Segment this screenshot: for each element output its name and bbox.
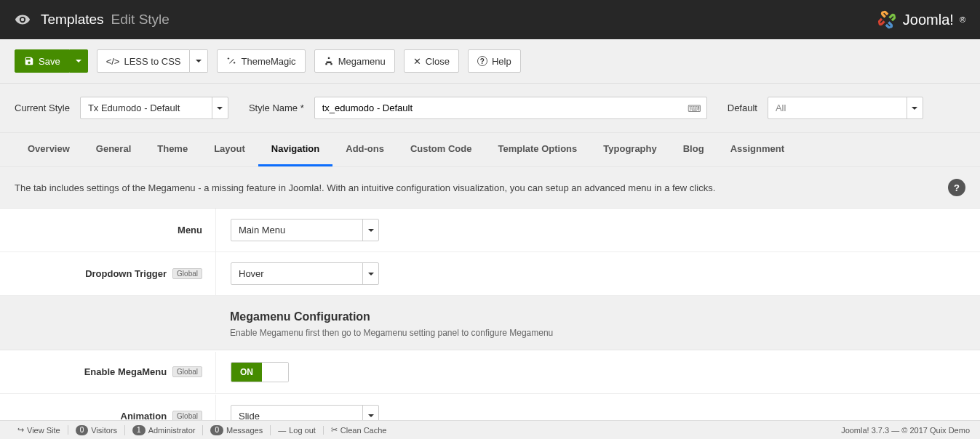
tab-theme[interactable]: Theme: [144, 133, 201, 166]
wand-icon: [226, 56, 236, 66]
sitemap-icon: [324, 56, 334, 66]
messages-count: 0: [210, 425, 223, 435]
tab-general[interactable]: General: [83, 133, 144, 166]
select-caret[interactable]: [907, 97, 923, 118]
view-site-link[interactable]: ↪ View Site: [10, 425, 68, 435]
dropdown-ctrl-col: Hover: [215, 252, 980, 295]
enable-label: Enable MegaMenu: [84, 366, 167, 377]
save-button[interactable]: Save: [15, 49, 70, 73]
admin-link[interactable]: 1 Administrator: [125, 425, 203, 435]
messages-link[interactable]: 0 Messages: [203, 425, 271, 435]
style-name-input[interactable]: [314, 97, 707, 119]
view-site-label: View Site: [27, 426, 60, 435]
menu-select[interactable]: Main Menu: [231, 219, 379, 241]
toggle-off-area: [262, 363, 288, 382]
tab-navigation[interactable]: Navigation: [258, 133, 332, 166]
help-icon: ?: [477, 56, 487, 66]
help-button[interactable]: ? Help: [468, 49, 521, 73]
visitors-count: 0: [76, 425, 89, 435]
caret-down-icon: [368, 273, 374, 275]
default-select[interactable]: All: [768, 97, 923, 119]
code-icon: </>: [106, 56, 120, 67]
joomla-logo: Joomla!®: [877, 9, 965, 30]
page-subtitle: Edit Style: [111, 12, 170, 28]
current-style-value: Tx Edumodo - Default: [81, 97, 212, 118]
menu-value: Main Menu: [231, 220, 362, 241]
current-style-select[interactable]: Tx Edumodo - Default: [80, 97, 228, 119]
toggle-on-label: ON: [231, 363, 262, 382]
admin-label: Administrator: [148, 426, 196, 435]
enable-label-col: Enable MegaMenu Global: [0, 366, 215, 377]
menu-ctrl-col: Main Menu: [215, 209, 980, 251]
page-title: Templates: [41, 12, 104, 28]
current-style-label: Current Style: [15, 102, 70, 113]
section-title: Megamenu Configuration: [230, 310, 965, 323]
help-label: Help: [492, 56, 511, 67]
admin-count: 1: [132, 425, 146, 435]
copyright-text: — © 2017 Quix Demo: [891, 426, 970, 435]
save-dropdown[interactable]: [70, 49, 88, 73]
enable-megamenu-row: Enable MegaMenu Global ON: [0, 350, 980, 394]
menu-row: Menu Main Menu: [0, 209, 980, 252]
logo-text: Joomla!: [903, 12, 954, 28]
section-desc: Enable Megamenu first then go to Megamen…: [230, 328, 965, 338]
style-subbar: Current Style Tx Edumodo - Default Style…: [0, 84, 980, 133]
thememagic-label: ThemeMagic: [241, 56, 295, 67]
enable-megamenu-toggle[interactable]: ON: [231, 362, 289, 382]
clean-cache-link[interactable]: ✂ Clean Cache: [324, 425, 394, 435]
messages-label: Messages: [226, 426, 263, 435]
close-button[interactable]: ✕ Close: [404, 49, 459, 73]
style-name-wrap: ⌨: [314, 97, 707, 119]
footer-right: Joomla! 3.7.3 — © 2017 Quix Demo: [841, 426, 970, 435]
toolbar: Save </> LESS to CSS ThemeMagic Megamenu…: [0, 39, 980, 84]
tab-typography[interactable]: Typography: [590, 133, 669, 166]
tab-assignment[interactable]: Assignment: [717, 133, 797, 166]
tab-template-options[interactable]: Template Options: [485, 133, 590, 166]
thememagic-button[interactable]: ThemeMagic: [217, 49, 305, 73]
megamenu-label: Megamenu: [338, 56, 386, 67]
eye-icon: [15, 12, 31, 28]
form-area: Menu Main Menu Dropdown Trigger Global H…: [0, 209, 980, 438]
menu-label-col: Menu: [0, 225, 215, 235]
style-name-label: Style Name *: [249, 102, 304, 113]
tabs-nav: OverviewGeneralThemeLayoutNavigationAdd-…: [0, 133, 980, 167]
save-label: Save: [39, 56, 60, 67]
close-icon: ✕: [413, 56, 421, 67]
logout-label: Log out: [289, 426, 316, 435]
help-circle-icon[interactable]: ?: [948, 179, 965, 196]
less-dropdown[interactable]: [190, 49, 208, 73]
footer-left: ↪ View Site 0 Visitors 1 Administrator 0…: [10, 425, 394, 435]
select-caret[interactable]: [362, 263, 378, 284]
select-caret[interactable]: [362, 220, 378, 241]
less-button-group: </> LESS to CSS: [97, 49, 209, 73]
close-label: Close: [426, 56, 450, 67]
tab-layout[interactable]: Layout: [201, 133, 258, 166]
logout-link[interactable]: — Log out: [271, 426, 324, 435]
tab-blog[interactable]: Blog: [670, 133, 717, 166]
caret-down-icon: [368, 414, 374, 417]
clean-cache-label: Clean Cache: [340, 426, 387, 435]
save-button-group: Save: [15, 49, 88, 73]
dropdown-trigger-select[interactable]: Hover: [231, 262, 379, 285]
header-bar: Templates Edit Style Joomla!®: [0, 0, 980, 39]
tab-add-ons[interactable]: Add-ons: [332, 133, 397, 166]
visitors-link[interactable]: 0 Visitors: [68, 425, 125, 435]
tab-overview[interactable]: Overview: [15, 133, 83, 166]
dropdown-label: Dropdown Trigger: [85, 268, 167, 279]
less-label: LESS to CSS: [124, 56, 180, 67]
caret-down-icon: [196, 60, 202, 63]
logout-icon: —: [278, 426, 286, 435]
tab-custom-code[interactable]: Custom Code: [397, 133, 485, 166]
header-left: Templates Edit Style: [15, 12, 170, 28]
caret-down-icon: [368, 229, 374, 232]
caret-down-icon: [912, 107, 917, 110]
visitors-label: Visitors: [91, 426, 117, 435]
dropdown-value: Hover: [231, 263, 362, 284]
save-icon: [24, 56, 34, 66]
select-caret[interactable]: [212, 97, 228, 118]
dropdown-label-col: Dropdown Trigger Global: [0, 268, 215, 279]
megamenu-button[interactable]: Megamenu: [314, 49, 395, 73]
less-to-css-button[interactable]: </> LESS to CSS: [97, 49, 191, 73]
megamenu-config-section: Megamenu Configuration Enable Megamenu f…: [0, 296, 980, 350]
external-icon: ↪: [17, 425, 24, 435]
